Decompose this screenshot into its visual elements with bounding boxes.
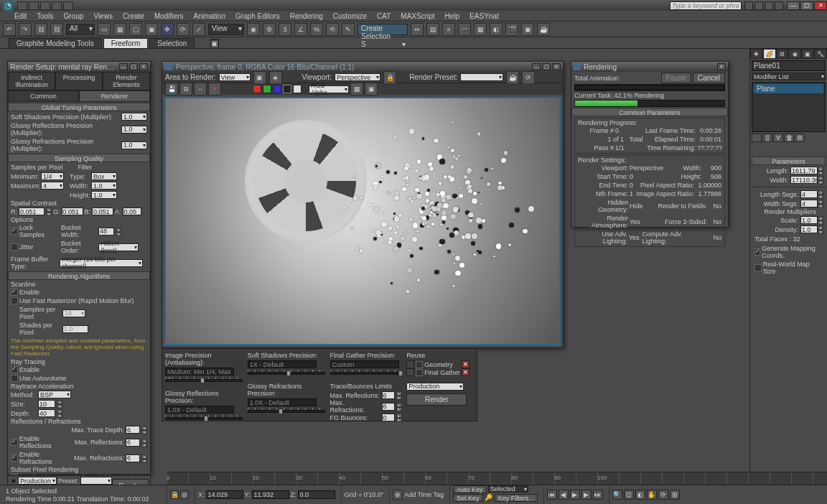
select-icon[interactable]: ▭ <box>98 23 111 36</box>
ip-slider[interactable] <box>165 377 243 384</box>
region-icon[interactable]: ▣ <box>253 71 266 84</box>
density-spin[interactable]: 1.0 <box>800 225 818 233</box>
menu-maxscript[interactable]: MAXScript <box>401 12 434 20</box>
nav-orbit-icon[interactable]: ⟳ <box>658 490 668 500</box>
bucketorder-drop[interactable]: Hilbert (best) <box>98 243 139 251</box>
lseg-spin[interactable]: 4 <box>800 190 818 198</box>
spp2-drop[interactable]: 16 <box>62 309 85 317</box>
viewport-drop[interactable]: Perspective <box>335 73 380 81</box>
spinner-icon[interactable]: ▴▾ <box>396 391 402 399</box>
rollout-global-tuning[interactable]: Global Tuning Parameters <box>8 103 150 111</box>
tab-processing[interactable]: Processing <box>55 72 103 90</box>
width-spin[interactable]: 17110.361 <box>790 176 818 184</box>
goto-end-icon[interactable]: ⏭ <box>593 490 603 500</box>
undo-icon[interactable]: ↶ <box>3 23 16 36</box>
autokey-button[interactable]: Auto Key <box>453 485 487 493</box>
spinner-icon[interactable]: ▴▾ <box>818 167 823 174</box>
menu-modifiers[interactable]: Modifiers <box>154 12 184 20</box>
enable-scanline-chk[interactable] <box>11 289 18 296</box>
mirror-icon[interactable]: ⇔ <box>411 23 424 36</box>
geom-chk[interactable] <box>416 361 423 368</box>
cancel-button[interactable]: Cancel <box>693 73 725 83</box>
glossy-refl-drop[interactable]: 1.0 <box>121 126 147 134</box>
schematic-icon[interactable]: ▦ <box>474 23 487 36</box>
timeline[interactable]: 0 10 20 30 40 50 60 70 80 90 100 <box>167 472 827 485</box>
help-icon[interactable] <box>775 1 783 10</box>
spinner-icon[interactable]: ▴▾ <box>396 414 402 421</box>
minimize-btn[interactable]: — <box>787 1 800 10</box>
menu-create[interactable]: Create <box>123 12 144 20</box>
tab-indirect[interactable]: Indirect Illumination <box>8 72 55 90</box>
spinner-icon[interactable]: ▴▾ <box>141 439 147 447</box>
dialog-titlebar[interactable]: Rendering ✕ <box>571 62 728 72</box>
mrefr-spin[interactable]: 6 <box>382 403 395 411</box>
selection-filter[interactable]: All <box>66 24 95 35</box>
fgb-spin[interactable]: 0 <box>382 414 395 421</box>
play-icon[interactable]: ▶ <box>570 490 580 500</box>
menu-grapheditors[interactable]: Graph Editors <box>235 12 280 20</box>
tab-utilities[interactable]: 🔧 <box>814 49 827 59</box>
ribbon-tab-freeform[interactable]: Freeform <box>103 38 149 48</box>
z-input[interactable] <box>298 490 335 499</box>
menu-help[interactable]: Help <box>445 12 460 20</box>
render-button[interactable]: Render <box>406 393 467 406</box>
tab-motion[interactable]: ◉ <box>788 49 801 59</box>
rollout-common[interactable]: Common Parameters <box>571 108 728 116</box>
pin-stack-icon[interactable] <box>752 134 762 142</box>
lock-vp-icon[interactable]: 🔒 <box>383 71 396 84</box>
spinner-snap-icon[interactable]: ⟲ <box>326 23 339 36</box>
pause-button[interactable]: Pause <box>661 73 691 83</box>
alpha-channel[interactable] <box>283 85 291 93</box>
ribbon-tab-graphite[interactable]: Graphite Modeling Tools <box>9 38 102 48</box>
spinner-icon[interactable]: ▴▾ <box>818 176 823 184</box>
curve-ed-icon[interactable]: 〰 <box>458 23 471 36</box>
render-iter-icon[interactable]: ⟳ <box>522 71 535 84</box>
menu-customize[interactable]: Customize <box>333 12 367 20</box>
qat-btn[interactable] <box>40 1 50 10</box>
rollout-algo[interactable]: Rendering Algorithms <box>8 271 150 280</box>
star-icon[interactable] <box>765 1 773 10</box>
key-icon[interactable]: 🔑 <box>485 494 493 501</box>
keyfilters-button[interactable]: Key Filters... <box>495 494 538 502</box>
spinner-icon[interactable]: ▴▾ <box>57 400 62 408</box>
soft-shadows-drop[interactable]: 1.0 <box>121 113 147 121</box>
tab-renderelem[interactable]: Render Elements <box>103 72 150 90</box>
green-channel[interactable] <box>263 85 271 93</box>
render-viewport[interactable] <box>164 97 561 345</box>
nav-zoomall-icon[interactable]: ⊡ <box>624 490 634 500</box>
next-frame-icon[interactable]: ▶ <box>581 490 592 500</box>
close-icon[interactable]: ✕ <box>552 63 561 70</box>
gr-slider[interactable] <box>165 415 243 422</box>
glossy-refr-drop[interactable]: 1.0 <box>121 141 147 149</box>
named-sel-dropdown[interactable]: Create Selection S <box>358 24 408 35</box>
prev-frame-icon[interactable]: ◀ <box>559 490 569 500</box>
manip-icon[interactable]: ⚙ <box>263 23 276 36</box>
fg-chk[interactable] <box>416 369 423 376</box>
maxrefr-spin[interactable]: 6 <box>126 454 140 462</box>
g-spin[interactable]: 0.051 <box>62 207 83 215</box>
gmc-chk[interactable] <box>754 248 760 256</box>
menu-edit[interactable]: Edit <box>14 12 27 20</box>
auto-region-icon[interactable]: ◈ <box>269 71 282 84</box>
production-drop[interactable]: Production <box>18 477 57 485</box>
keymode-drop[interactable]: Selected <box>488 485 528 493</box>
qat-btn[interactable] <box>52 1 62 10</box>
close-icon[interactable]: ✕ <box>139 63 148 70</box>
time-tag-icon[interactable]: ⊕ <box>393 490 403 500</box>
fg-clear[interactable]: ✕ <box>462 368 469 376</box>
dialog-titlebar[interactable]: Render Setup: mental ray Renderer — ▢ ✕ <box>8 62 150 72</box>
blue-channel[interactable] <box>273 85 281 93</box>
autovol-chk[interactable] <box>11 375 18 382</box>
qat-btn[interactable] <box>29 1 39 10</box>
depth-spin[interactable]: 40 <box>38 409 55 417</box>
maxrefl-spin[interactable]: 6 <box>126 439 140 447</box>
nav-fov-icon[interactable]: ◐ <box>635 490 645 500</box>
minimize-icon[interactable]: — <box>532 63 541 70</box>
layers-icon[interactable]: ≡ <box>442 23 455 36</box>
remove-mod-icon[interactable]: 🗑 <box>784 134 794 142</box>
redo-icon[interactable]: ↷ <box>19 23 32 36</box>
link-icon[interactable]: ⛓ <box>34 23 47 36</box>
snap-icon[interactable]: 3 <box>279 23 291 36</box>
iso-sel-icon[interactable]: ◎ <box>180 490 189 499</box>
preset-drop[interactable] <box>460 73 503 81</box>
